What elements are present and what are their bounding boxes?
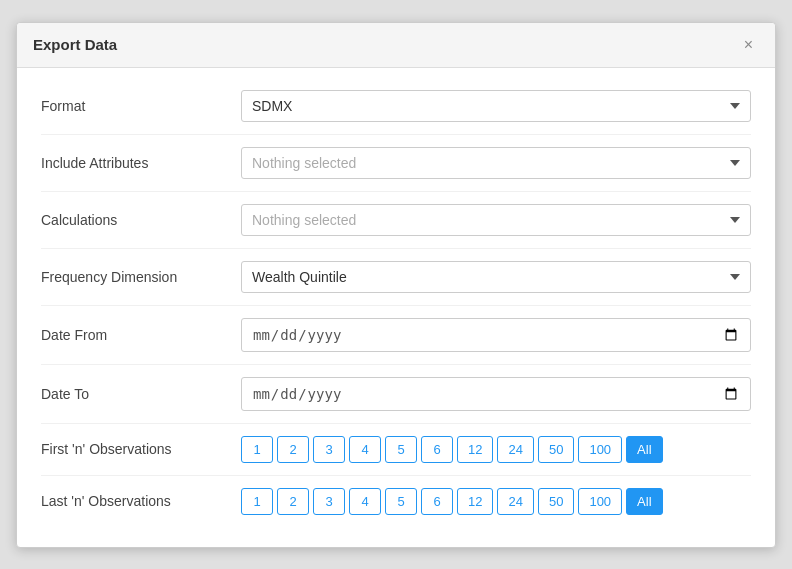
calculations-label: Calculations <box>41 212 241 228</box>
date-to-input[interactable] <box>241 377 751 411</box>
calculations-select[interactable]: Nothing selected <box>241 204 751 236</box>
last-n-btn-50[interactable]: 50 <box>538 488 574 515</box>
calculations-control: Nothing selected <box>241 204 751 236</box>
format-select[interactable]: SDMX CSV JSON XML <box>241 90 751 122</box>
first-n-btn-3[interactable]: 3 <box>313 436 345 463</box>
date-from-label: Date From <box>41 327 241 343</box>
first-n-btn-all[interactable]: All <box>626 436 662 463</box>
last-n-buttons: 1 2 3 4 5 6 12 24 50 100 All <box>241 488 751 515</box>
format-label: Format <box>41 98 241 114</box>
dialog-header: Export Data × <box>17 23 775 68</box>
last-n-btn-100[interactable]: 100 <box>578 488 622 515</box>
last-n-observations-label: Last 'n' Observations <box>41 493 241 509</box>
first-n-btn-12[interactable]: 12 <box>457 436 493 463</box>
first-n-observations-row: First 'n' Observations 1 2 3 4 5 6 12 24… <box>41 424 751 476</box>
first-n-btn-100[interactable]: 100 <box>578 436 622 463</box>
frequency-dimension-row: Frequency Dimension Wealth Quintile Age … <box>41 249 751 306</box>
last-n-observations-row: Last 'n' Observations 1 2 3 4 5 6 12 24 … <box>41 476 751 527</box>
dialog-title: Export Data <box>33 36 117 53</box>
first-n-btn-1[interactable]: 1 <box>241 436 273 463</box>
date-from-row: Date From <box>41 306 751 365</box>
frequency-dimension-select[interactable]: Wealth Quintile Age Gender Region <box>241 261 751 293</box>
include-attributes-control: Nothing selected <box>241 147 751 179</box>
date-to-row: Date To <box>41 365 751 424</box>
first-n-observations-label: First 'n' Observations <box>41 441 241 457</box>
frequency-dimension-control: Wealth Quintile Age Gender Region <box>241 261 751 293</box>
first-n-buttons: 1 2 3 4 5 6 12 24 50 100 All <box>241 436 751 463</box>
include-attributes-select[interactable]: Nothing selected <box>241 147 751 179</box>
date-from-input[interactable] <box>241 318 751 352</box>
date-from-control <box>241 318 751 352</box>
first-n-btn-5[interactable]: 5 <box>385 436 417 463</box>
last-n-btn-5[interactable]: 5 <box>385 488 417 515</box>
last-n-btn-3[interactable]: 3 <box>313 488 345 515</box>
export-dialog: Export Data × Format SDMX CSV JSON XML I… <box>16 22 776 548</box>
first-n-btn-50[interactable]: 50 <box>538 436 574 463</box>
date-to-control <box>241 377 751 411</box>
dialog-body: Format SDMX CSV JSON XML Include Attribu… <box>17 68 775 547</box>
frequency-dimension-label: Frequency Dimension <box>41 269 241 285</box>
last-n-observations-control: 1 2 3 4 5 6 12 24 50 100 All <box>241 488 751 515</box>
date-to-label: Date To <box>41 386 241 402</box>
include-attributes-row: Include Attributes Nothing selected <box>41 135 751 192</box>
last-n-btn-6[interactable]: 6 <box>421 488 453 515</box>
last-n-btn-1[interactable]: 1 <box>241 488 273 515</box>
first-n-btn-2[interactable]: 2 <box>277 436 309 463</box>
last-n-btn-2[interactable]: 2 <box>277 488 309 515</box>
first-n-btn-4[interactable]: 4 <box>349 436 381 463</box>
first-n-btn-24[interactable]: 24 <box>497 436 533 463</box>
last-n-btn-24[interactable]: 24 <box>497 488 533 515</box>
format-row: Format SDMX CSV JSON XML <box>41 78 751 135</box>
first-n-observations-control: 1 2 3 4 5 6 12 24 50 100 All <box>241 436 751 463</box>
last-n-btn-4[interactable]: 4 <box>349 488 381 515</box>
last-n-btn-all[interactable]: All <box>626 488 662 515</box>
calculations-row: Calculations Nothing selected <box>41 192 751 249</box>
first-n-btn-6[interactable]: 6 <box>421 436 453 463</box>
last-n-btn-12[interactable]: 12 <box>457 488 493 515</box>
close-button[interactable]: × <box>738 35 759 55</box>
format-control: SDMX CSV JSON XML <box>241 90 751 122</box>
include-attributes-label: Include Attributes <box>41 155 241 171</box>
